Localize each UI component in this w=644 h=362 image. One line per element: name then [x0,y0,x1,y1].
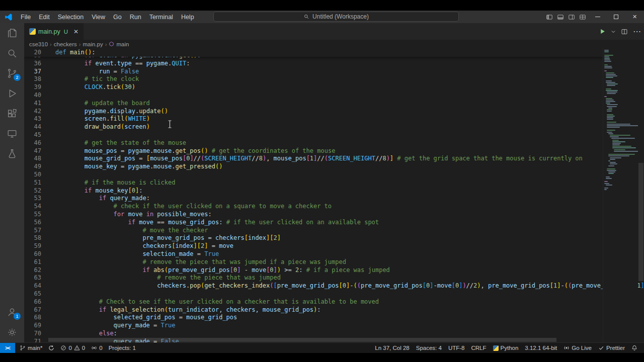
menu-edit[interactable]: Edit [35,13,54,22]
line-number[interactable]: 68 [24,314,41,322]
run-dropdown-caret-icon[interactable] [611,29,616,34]
git-branch-status[interactable]: main* [17,345,45,351]
line-number[interactable]: 40 [24,92,41,100]
tab-close-icon[interactable]: ✕ [73,28,78,35]
python-interpreter-status[interactable]: 3.12.1 64-bit [522,345,559,351]
code-line[interactable]: 47 mouse_pos = pygame.mouse.get_pos() # … [24,147,644,155]
code-line[interactable]: 50 [24,171,644,179]
toggle-panel-icon[interactable] [555,11,566,23]
line-number[interactable]: 50 [24,171,41,179]
cursor-position-status[interactable]: Ln 37, Col 28 [372,345,412,351]
tab-main-py[interactable]: main.py U ✕ [24,23,84,40]
remote-indicator[interactable]: >< [0,343,15,353]
more-actions-icon[interactable]: ⋯ [633,27,641,36]
line-number[interactable]: 60 [24,250,41,258]
menu-terminal[interactable]: Terminal [145,13,177,22]
search-sidebar-icon[interactable] [0,43,24,63]
line-number[interactable]: 51 [24,179,41,187]
line-number[interactable]: 38 [24,75,41,83]
line-number[interactable]: 57 [24,227,41,235]
code-line[interactable]: 41 # update the board [24,100,644,108]
line-number[interactable]: 56 [24,219,41,227]
code-line[interactable]: 61 # remove the piece that was jumped if… [24,258,644,266]
problems-status[interactable]: 0 0 [58,345,88,351]
line-number[interactable]: 39 [24,83,41,92]
menu-go[interactable]: Go [109,13,126,22]
code-line[interactable]: 51 # if the mouse is clicked [24,179,644,187]
code-line[interactable]: 48 mouse_grid_pos = [mouse_pos[0]//(SCRE… [24,155,644,163]
line-number[interactable]: 66 [24,298,41,306]
menu-selection[interactable]: Selection [54,13,88,22]
command-center-search[interactable]: Untitled (Workspace) [213,12,459,22]
code-line[interactable]: 65 [24,290,644,298]
settings-gear-icon[interactable] [0,322,24,342]
code-line[interactable]: 60 selection_made = True [24,250,644,258]
line-number[interactable]: 62 [24,266,41,275]
toggle-secondary-sidebar-icon[interactable] [566,11,577,23]
code-line[interactable]: 53 if query_made: [24,195,644,203]
menu-help[interactable]: Help [177,13,198,22]
run-debug-icon[interactable] [0,83,24,104]
customize-layout-icon[interactable] [577,11,588,23]
breadcrumb-checkers[interactable]: checkers [54,41,77,47]
explorer-icon[interactable] [0,23,24,43]
line-number[interactable]: 45 [24,131,41,139]
line-number[interactable]: 61 [24,258,41,266]
code-line[interactable]: 36 if event.type == pygame.QUIT: [24,60,644,68]
line-number[interactable]: 64 [24,282,41,290]
eol-status[interactable]: CRLF [469,345,489,351]
code-line[interactable]: 49 mouse_key = pygame.mouse.get_pressed(… [24,163,644,171]
line-number[interactable]: 67 [24,306,41,314]
line-number[interactable]: 41 [24,100,41,108]
code-line[interactable]: 64 checkers.pop(get_checkers_index([pre_… [24,282,644,290]
code-line[interactable]: 58 pre_move_grid_pos = checkers[index][2… [24,234,644,242]
minimize-button[interactable] [588,11,607,23]
code-line[interactable]: 57 # move the checker [24,227,644,235]
breadcrumb-cse310[interactable]: cse310 [29,41,48,47]
menu-file[interactable]: File [17,13,35,22]
code-line[interactable]: 54 # check if the user clicked on a squa… [24,203,644,211]
code-line[interactable]: 56 if move == mouse_grid_pos: # if the u… [24,219,644,227]
line-number[interactable]: 48 [24,155,41,163]
code-line[interactable]: 59 checkers[index][2] = move [24,242,644,250]
code-line[interactable]: 39 CLOCK.tick(30) [24,83,644,92]
line-number[interactable]: 43 [24,115,41,123]
projects-status[interactable]: Projects: 1 [106,345,138,351]
line-number[interactable]: 37 [24,68,41,76]
code-line[interactable]: 42 pygame.display.update() [24,108,644,116]
line-number[interactable]: 58 [24,234,41,242]
code-line[interactable]: 62 if abs(pre_move_grid_pos[0] - move[0]… [24,266,644,275]
code-line[interactable]: 55 for move in possible_moves: [24,211,644,219]
maximize-button[interactable] [607,11,625,23]
code-editor[interactable]: 35 for event in pygame.event.get():36 if… [24,48,644,342]
code-line[interactable]: 70 else: [24,330,644,338]
line-number[interactable]: 53 [24,195,41,203]
breadcrumb-main-py[interactable]: main.py [83,41,103,47]
vertical-scrollbar[interactable] [638,163,643,281]
code-line[interactable]: 44 draw_board(screen) [24,123,644,131]
code-line[interactable]: 66 # Check to see if the user clicked on… [24,298,644,306]
code-line[interactable]: 37 run = False [24,68,644,76]
line-number[interactable]: 63 [24,274,41,282]
horizontal-scrollbar[interactable] [48,338,556,342]
source-control-icon[interactable]: 2 [0,63,24,83]
line-number[interactable]: 49 [24,163,41,171]
line-number[interactable]: 65 [24,290,41,298]
indentation-status[interactable]: Spaces: 4 [414,345,444,351]
code-line[interactable]: 45 [24,131,644,139]
line-number[interactable]: 71 [24,338,41,342]
run-python-file-button[interactable] [599,28,606,35]
line-number[interactable]: 44 [24,123,41,131]
go-live-button[interactable]: Go Live [561,345,594,351]
code-line[interactable]: 63 # remove the piece that was jumped [24,274,644,282]
line-number[interactable]: 42 [24,108,41,116]
code-line[interactable]: 52 if mouse_key[0]: [24,187,644,195]
line-number[interactable]: 46 [24,139,41,147]
extra-counter-status[interactable]: 0 [89,345,105,351]
testing-icon[interactable] [0,144,24,164]
extensions-icon[interactable] [0,104,24,124]
code-line[interactable]: 67 if legal_selection(turn_indicator, ch… [24,306,644,314]
account-icon[interactable]: 1 [0,302,24,322]
code-line[interactable]: 43 screen.fill(WHITE) [24,115,644,123]
prettier-status[interactable]: Prettier [596,345,627,351]
